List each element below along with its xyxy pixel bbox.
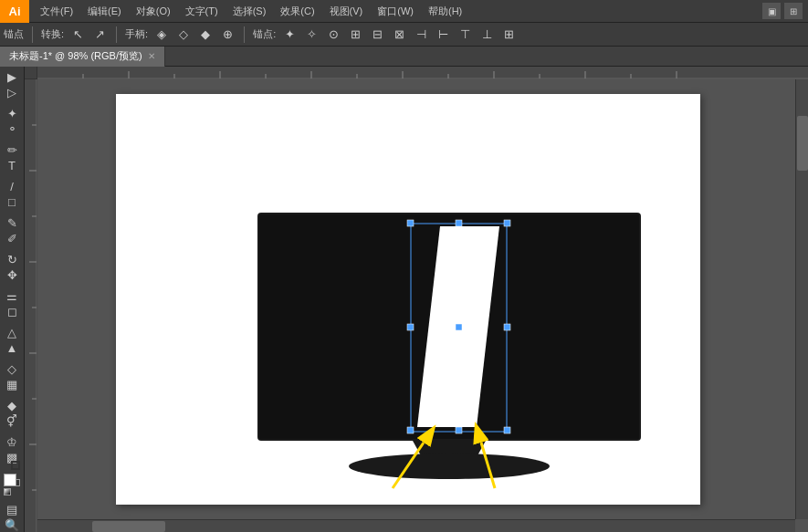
- scroll-thumb-v[interactable]: [797, 116, 808, 171]
- app-logo: Ai: [0, 0, 29, 23]
- mesh-tool[interactable]: ▦: [2, 378, 22, 391]
- paintbrush-tool[interactable]: ✎: [2, 216, 22, 230]
- warp-tool[interactable]: ⚌: [2, 289, 22, 303]
- pencil-tool[interactable]: ✐: [2, 232, 22, 245]
- canvas-area[interactable]: [25, 67, 808, 532]
- svg-rect-30: [407, 220, 414, 226]
- align-icon5[interactable]: ⊞: [500, 26, 517, 43]
- magic-wand-tool[interactable]: ✦: [2, 107, 22, 120]
- tab-bar: 未标题-1* @ 98% (RGB/预览) ✕: [0, 47, 808, 67]
- ruler-left: [25, 79, 37, 532]
- fill-color: [4, 474, 16, 486]
- scale-tool[interactable]: ✥: [2, 268, 22, 282]
- grad-swatch[interactable]: [4, 488, 11, 495]
- type-tool[interactable]: T: [2, 159, 22, 172]
- transform-icon2[interactable]: ↗: [91, 26, 108, 43]
- menu-edit[interactable]: 编辑(E): [80, 0, 129, 22]
- menu-file[interactable]: 文件(F): [33, 0, 80, 22]
- menu-select[interactable]: 选择(S): [226, 0, 274, 22]
- handle-icon2[interactable]: ◇: [175, 26, 192, 43]
- eyedropper-tool[interactable]: ⚥: [2, 414, 22, 428]
- svg-rect-32: [504, 220, 510, 226]
- monitor-illustration: [257, 213, 659, 495]
- sep2: [116, 26, 117, 43]
- svg-point-40: [349, 454, 550, 479]
- zoom-tool[interactable]: 🔍: [2, 518, 22, 532]
- svg-rect-35: [504, 324, 510, 330]
- svg-rect-36: [407, 427, 414, 433]
- menu-window[interactable]: 窗口(W): [370, 0, 421, 22]
- svg-rect-37: [456, 427, 462, 433]
- tab-label: 未标题-1* @ 98% (RGB/预览): [9, 49, 142, 63]
- toolbar: 锚点 转换: ↖ ↗ 手柄: ◈ ◇ ◆ ⊕ 锚点: ✦ ✧ ⊙ ⊞ ⊟ ⊠ ⊣…: [0, 23, 808, 47]
- handle-label: 手柄:: [125, 27, 148, 41]
- selection-tool[interactable]: ▶: [2, 70, 22, 84]
- menu-help[interactable]: 帮助(H): [421, 0, 469, 22]
- anchor-icon4[interactable]: ⊞: [347, 26, 363, 43]
- align-icon3[interactable]: ⊤: [456, 26, 473, 43]
- anchor-icon6[interactable]: ⊠: [391, 26, 407, 43]
- artboard[interactable]: [116, 94, 700, 505]
- left-toolbar: ▶ ▷ ✦ ⚬ ✏ T / □ ✎ ✐ ↻ ✥ ⚌ ◻ △ ▲ ◇ ▦ ◆ ⚥ …: [0, 67, 25, 532]
- menu-view[interactable]: 视图(V): [322, 0, 371, 22]
- pen-tool[interactable]: ✏: [2, 143, 22, 157]
- perspective-tool[interactable]: ◇: [2, 362, 22, 376]
- direct-selection-tool[interactable]: ▷: [2, 86, 22, 99]
- menu-grid-icon[interactable]: ⊞: [784, 3, 803, 19]
- menu-text[interactable]: 文字(T): [178, 0, 226, 22]
- align-icon2[interactable]: ⊢: [435, 26, 451, 43]
- menu-mode-icon[interactable]: ▣: [762, 3, 781, 19]
- menu-object[interactable]: 对象(O): [129, 0, 178, 22]
- ruler-corner: [25, 67, 37, 79]
- svg-rect-34: [456, 324, 462, 330]
- shape-builder-tool[interactable]: △: [2, 326, 22, 339]
- sep1: [32, 26, 33, 43]
- svg-rect-31: [456, 220, 462, 226]
- free-transform-tool[interactable]: ◻: [2, 305, 22, 318]
- anchor-label: 锚点:: [253, 27, 276, 41]
- rect-tool[interactable]: □: [2, 195, 22, 209]
- ruler-top: [37, 67, 808, 79]
- anchor-icon1[interactable]: ✦: [281, 26, 298, 43]
- align-icon4[interactable]: ⊥: [478, 26, 495, 43]
- blend-tool[interactable]: ♔: [2, 435, 22, 449]
- handle-icon1[interactable]: ◈: [153, 26, 170, 43]
- menu-bar: Ai 文件(F) 编辑(E) 对象(O) 文字(T) 选择(S) 效果(C) 视…: [0, 0, 808, 23]
- main-area: ▶ ▷ ✦ ⚬ ✏ T / □ ✎ ✐ ↻ ✥ ⚌ ◻ △ ▲ ◇ ▦ ◆ ⚥ …: [0, 67, 808, 532]
- tab-document[interactable]: 未标题-1* @ 98% (RGB/预览) ✕: [0, 47, 165, 67]
- align-icon1[interactable]: ⊣: [413, 26, 429, 43]
- rotate-tool[interactable]: ↻: [2, 253, 22, 266]
- menu-effect[interactable]: 效果(C): [273, 0, 321, 22]
- scrollbar-horizontal[interactable]: [37, 519, 795, 532]
- svg-rect-38: [504, 427, 510, 433]
- line-tool[interactable]: /: [2, 180, 22, 193]
- gradient-tool[interactable]: ◆: [2, 399, 22, 412]
- sep3: [244, 26, 245, 43]
- transform-label: 转换:: [41, 27, 64, 41]
- menu-items: 文件(F) 编辑(E) 对象(O) 文字(T) 选择(S) 效果(C) 视图(V…: [29, 0, 469, 22]
- screen-mode-tool[interactable]: ▤: [2, 503, 22, 516]
- anchor-icon2[interactable]: ✧: [303, 26, 320, 43]
- scroll-thumb-h[interactable]: [92, 521, 165, 532]
- anchor-icon3[interactable]: ⊙: [325, 26, 341, 43]
- anchor-icon5[interactable]: ⊟: [369, 26, 385, 43]
- scrollbar-vertical[interactable]: [795, 79, 808, 519]
- lasso-tool[interactable]: ⚬: [2, 122, 22, 136]
- stroke-color: [11, 461, 20, 470]
- handle-icon4[interactable]: ⊕: [219, 26, 236, 43]
- live-paint-tool[interactable]: ▲: [2, 341, 22, 355]
- menu-right-icons: ▣ ⊞: [762, 3, 808, 19]
- svg-rect-33: [407, 324, 414, 330]
- tab-close-button[interactable]: ✕: [148, 51, 155, 61]
- snap-label: 锚点: [4, 27, 24, 41]
- handle-icon3[interactable]: ◆: [197, 26, 214, 43]
- transform-icon1[interactable]: ↖: [69, 26, 86, 43]
